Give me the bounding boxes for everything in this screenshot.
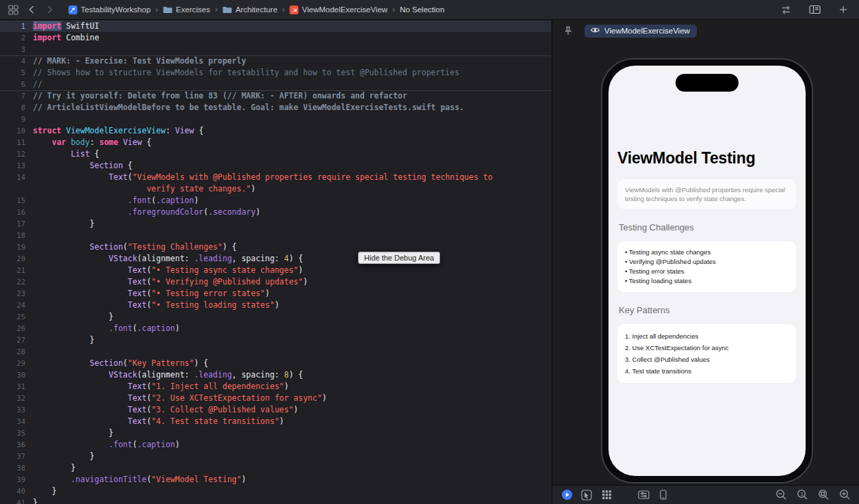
line-number[interactable]: 29 (0, 358, 33, 369)
source-editor[interactable]: 1import SwiftUI2import Combine34// MARK:… (0, 20, 551, 504)
line-number[interactable]: 10 (0, 125, 33, 137)
line-number[interactable]: 17 (0, 218, 33, 230)
line-number[interactable]: 38 (0, 462, 33, 474)
line-number[interactable]: 15 (0, 195, 33, 207)
code-line[interactable]: 32 Text("2. Use XCTestExpectation for as… (0, 393, 551, 404)
code-line[interactable]: 29 Section("Key Patterns") { (0, 358, 551, 369)
line-number[interactable]: 4 (0, 55, 33, 67)
line-number[interactable]: 8 (0, 102, 33, 114)
code-line[interactable]: 1import SwiftUI (0, 21, 551, 32)
code-line[interactable]: 37 } (0, 451, 551, 462)
breadcrumb-item[interactable]: Architecture (221, 5, 279, 14)
line-number[interactable]: 26 (0, 323, 33, 334)
line-number[interactable]: 28 (0, 346, 33, 358)
line-number[interactable]: 41 (0, 497, 33, 504)
breadcrumb-item[interactable]: ViewModelExerciseView (288, 5, 389, 14)
code-line[interactable]: 28 (0, 346, 551, 358)
code-line[interactable]: 36 .font(.caption) (0, 439, 551, 451)
line-number[interactable]: 27 (0, 334, 33, 346)
variants-grid-button[interactable] (600, 489, 613, 501)
line-number[interactable]: 32 (0, 393, 33, 404)
code-line[interactable]: 18 (0, 230, 551, 241)
add-editor-icon[interactable] (837, 4, 849, 15)
code-line[interactable]: 9 (0, 114, 551, 125)
code-line[interactable]: 8// ArticleListViewModelBefore to be tes… (0, 102, 551, 114)
code-line[interactable]: 27 } (0, 334, 551, 346)
code-line[interactable]: 31 Text("1. Inject all dependencies") (0, 381, 551, 393)
breadcrumb-item[interactable]: TestabilityWorkshop (67, 5, 152, 14)
code-line[interactable]: 15 .font(.caption) (0, 195, 551, 207)
line-number[interactable]: 18 (0, 230, 33, 241)
code-line[interactable]: 6// (0, 79, 551, 90)
code-line[interactable]: 30 VStack(alignment: .leading, spacing: … (0, 369, 551, 381)
line-number[interactable]: 12 (0, 148, 33, 160)
line-number[interactable]: 25 (0, 311, 33, 323)
editor-options-icon[interactable] (808, 4, 821, 15)
line-number[interactable]: 36 (0, 439, 33, 451)
zoom-out-icon[interactable] (775, 489, 787, 501)
code-line[interactable]: 4// MARK: - Exercise: Test ViewModels pr… (0, 55, 551, 67)
code-line[interactable]: verify state changes.") (0, 183, 551, 195)
pin-icon[interactable] (562, 25, 574, 37)
code-line[interactable]: 14 Text("ViewModels with @Published prop… (0, 172, 551, 183)
device-button[interactable] (657, 489, 669, 501)
code-line[interactable]: 16 .foregroundColor(.secondary) (0, 207, 551, 218)
line-number[interactable]: 31 (0, 381, 33, 393)
line-number[interactable]: 23 (0, 288, 33, 300)
zoom-fit-icon[interactable] (817, 489, 830, 501)
code-line[interactable]: 21 Text("• Testing async state changes") (0, 265, 551, 276)
live-preview-button[interactable] (561, 489, 573, 501)
line-number[interactable]: 39 (0, 474, 33, 486)
line-number[interactable]: 37 (0, 451, 33, 462)
code-line[interactable]: 24 Text("• Testing loading states") (0, 300, 551, 311)
line-number[interactable]: 16 (0, 207, 33, 218)
code-line[interactable]: 3 (0, 44, 551, 55)
preview-tab[interactable]: ViewModelExerciseView (585, 25, 697, 38)
line-number[interactable]: 11 (0, 137, 33, 148)
navigator-grid-icon[interactable] (7, 4, 19, 15)
code-line[interactable]: 10struct ViewModelExerciseView: View { (0, 125, 551, 137)
line-number[interactable]: 9 (0, 114, 33, 125)
code-line[interactable]: 17 } (0, 218, 551, 230)
selectable-mode-button[interactable] (580, 489, 593, 501)
line-number[interactable]: 7 (0, 90, 33, 102)
line-number[interactable]: 22 (0, 276, 33, 288)
line-number[interactable]: 30 (0, 369, 33, 381)
code-line[interactable]: 41} (0, 497, 551, 504)
line-number[interactable]: 6 (0, 79, 33, 90)
line-number[interactable]: 21 (0, 265, 33, 276)
code-line[interactable]: 12 List { (0, 148, 551, 160)
code-line[interactable]: 35 } (0, 427, 551, 439)
code-line[interactable]: 25 } (0, 311, 551, 323)
line-number[interactable]: 20 (0, 253, 33, 265)
code-line[interactable]: 40 } (0, 486, 551, 497)
line-number[interactable]: 35 (0, 427, 33, 439)
line-number[interactable]: 5 (0, 67, 33, 79)
code-line[interactable]: 2import Combine (0, 32, 551, 44)
code-line[interactable]: 39 .navigationTitle("ViewModel Testing") (0, 474, 551, 486)
code-line[interactable]: 33 Text("3. Collect @Published values") (0, 404, 551, 416)
line-number[interactable]: 13 (0, 160, 33, 172)
line-number[interactable]: 40 (0, 486, 33, 497)
device-settings-button[interactable] (637, 489, 650, 501)
code-line[interactable]: 11 var body: some View { (0, 137, 551, 148)
code-line[interactable]: 22 Text("• Verifying @Published updates"… (0, 276, 551, 288)
line-number[interactable]: 14 (0, 172, 33, 183)
line-number[interactable]: 34 (0, 416, 33, 427)
forward-chevron-icon[interactable] (44, 4, 56, 15)
code-line[interactable]: 19 Section("Testing Challenges") { (0, 241, 551, 253)
code-line[interactable]: 34 Text("4. Test state transitions") (0, 416, 551, 427)
breadcrumb-item[interactable]: Exercises (162, 5, 211, 14)
line-number[interactable] (0, 183, 33, 195)
code-line[interactable]: 5// Shows how to structure ViewModels fo… (0, 67, 551, 79)
back-chevron-icon[interactable] (25, 4, 38, 15)
line-number[interactable]: 24 (0, 300, 33, 311)
line-number[interactable]: 1 (0, 21, 33, 32)
code-line[interactable]: 26 .font(.caption) (0, 323, 551, 334)
line-number[interactable]: 33 (0, 404, 33, 416)
code-line[interactable]: 38 } (0, 462, 551, 474)
code-line[interactable]: 23 Text("• Testing error states") (0, 288, 551, 300)
line-number[interactable]: 19 (0, 241, 33, 253)
zoom-in-icon[interactable] (838, 489, 851, 501)
code-line[interactable]: 7// Try it yourself: Delete from line 83… (0, 90, 551, 102)
